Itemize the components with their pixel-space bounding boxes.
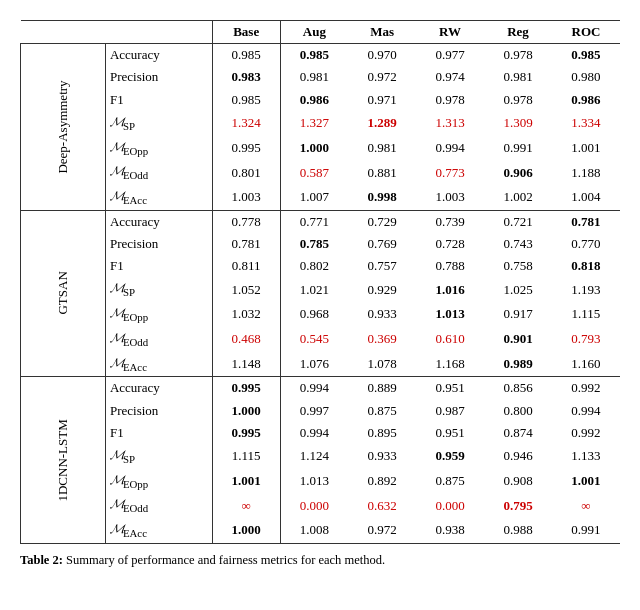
cell-reg: 1.025: [484, 277, 552, 302]
cell-base: 1.000: [212, 400, 280, 422]
cell-aug: 1.007: [280, 185, 348, 210]
metric-label: 𝓜EOpp: [105, 136, 212, 161]
cell-mas: 0.933: [348, 302, 416, 327]
table-row: F10.9950.9940.8950.9510.8740.992: [21, 422, 621, 444]
cell-aug: 0.981: [280, 66, 348, 88]
cell-reg: 0.981: [484, 66, 552, 88]
cell-reg: 0.978: [484, 89, 552, 111]
metric-label: Precision: [105, 400, 212, 422]
cell-base: 0.811: [212, 255, 280, 277]
results-table: Base Aug Mas RW Reg ROC Deep-AsymmetryAc…: [20, 20, 620, 544]
cell-aug: 0.994: [280, 377, 348, 400]
cell-reg: 0.800: [484, 400, 552, 422]
cell-base: 0.995: [212, 422, 280, 444]
metric-label: 𝓜EOdd: [105, 493, 212, 518]
header-roc: ROC: [552, 21, 620, 44]
cell-rw: 0.951: [416, 422, 484, 444]
cell-base: 1.000: [212, 518, 280, 543]
header-reg: Reg: [484, 21, 552, 44]
cell-roc: 0.770: [552, 233, 620, 255]
table-row: F10.9850.9860.9710.9780.9780.986: [21, 89, 621, 111]
cell-base: 0.995: [212, 136, 280, 161]
metric-label: 𝓜EOdd: [105, 160, 212, 185]
table-row: 𝓜EOpp0.9951.0000.9810.9940.9911.001: [21, 136, 621, 161]
cell-base: 0.985: [212, 89, 280, 111]
section-label-0: Deep-Asymmetry: [21, 44, 106, 211]
cell-rw: 0.610: [416, 327, 484, 352]
cell-reg: 0.906: [484, 160, 552, 185]
cell-rw: 1.168: [416, 352, 484, 377]
metric-label: 𝓜EOdd: [105, 327, 212, 352]
cell-rw: 1.313: [416, 111, 484, 136]
cell-aug: 0.771: [280, 210, 348, 233]
cell-reg: 0.946: [484, 444, 552, 469]
cell-base: 0.985: [212, 44, 280, 67]
metric-label: 𝓜SP: [105, 444, 212, 469]
cell-roc: 1.004: [552, 185, 620, 210]
cell-base: 0.801: [212, 160, 280, 185]
cell-mas: 0.998: [348, 185, 416, 210]
cell-rw: 0.977: [416, 44, 484, 67]
cell-mas: 0.929: [348, 277, 416, 302]
table-row: 𝓜EOdd0.4680.5450.3690.6100.9010.793: [21, 327, 621, 352]
cell-rw: 0.788: [416, 255, 484, 277]
cell-base: 1.003: [212, 185, 280, 210]
metric-label: Accuracy: [105, 44, 212, 67]
cell-reg: 0.721: [484, 210, 552, 233]
cell-reg: 0.856: [484, 377, 552, 400]
cell-base: 1.148: [212, 352, 280, 377]
table-row: 𝓜SP1.1151.1240.9330.9590.9461.133: [21, 444, 621, 469]
main-container: Base Aug Mas RW Reg ROC Deep-AsymmetryAc…: [20, 20, 620, 569]
cell-aug: 0.785: [280, 233, 348, 255]
cell-aug: 0.000: [280, 493, 348, 518]
cell-roc: 0.986: [552, 89, 620, 111]
cell-rw: 1.003: [416, 185, 484, 210]
cell-base: 0.983: [212, 66, 280, 88]
cell-rw: 0.978: [416, 89, 484, 111]
cell-reg: 0.989: [484, 352, 552, 377]
cell-rw: 0.987: [416, 400, 484, 422]
table-row: 𝓜EOdd∞0.0000.6320.0000.795∞: [21, 493, 621, 518]
cell-mas: 0.972: [348, 66, 416, 88]
table-row: Deep-AsymmetryAccuracy0.9850.9850.9700.9…: [21, 44, 621, 67]
cell-aug: 1.021: [280, 277, 348, 302]
metric-label: 𝓜EAcc: [105, 352, 212, 377]
metric-label: 𝓜EAcc: [105, 185, 212, 210]
cell-roc: 0.781: [552, 210, 620, 233]
cell-roc: 0.793: [552, 327, 620, 352]
header-aug: Aug: [280, 21, 348, 44]
cell-aug: 0.994: [280, 422, 348, 444]
cell-rw: 0.938: [416, 518, 484, 543]
metric-label: Accuracy: [105, 210, 212, 233]
table-row: 𝓜EAcc1.0001.0080.9720.9380.9880.991: [21, 518, 621, 543]
cell-base: 1.052: [212, 277, 280, 302]
metric-label: F1: [105, 255, 212, 277]
cell-mas: 0.369: [348, 327, 416, 352]
cell-roc: 0.992: [552, 377, 620, 400]
cell-mas: 0.981: [348, 136, 416, 161]
cell-rw: 0.994: [416, 136, 484, 161]
cell-roc: 1.193: [552, 277, 620, 302]
header-row: Base Aug Mas RW Reg ROC: [21, 21, 621, 44]
cell-reg: 0.991: [484, 136, 552, 161]
cell-base: 1.032: [212, 302, 280, 327]
cell-rw: 0.959: [416, 444, 484, 469]
header-rw: RW: [416, 21, 484, 44]
metric-label: F1: [105, 89, 212, 111]
cell-mas: 1.078: [348, 352, 416, 377]
cell-roc: 1.188: [552, 160, 620, 185]
cell-base: ∞: [212, 493, 280, 518]
cell-mas: 0.972: [348, 518, 416, 543]
cell-rw: 0.773: [416, 160, 484, 185]
cell-roc: 1.334: [552, 111, 620, 136]
cell-base: 1.324: [212, 111, 280, 136]
cell-roc: 0.985: [552, 44, 620, 67]
metric-label: F1: [105, 422, 212, 444]
cell-roc: 0.992: [552, 422, 620, 444]
cell-aug: 1.008: [280, 518, 348, 543]
table-caption: Table 2: Summary of performance and fair…: [20, 552, 620, 570]
metric-label: Accuracy: [105, 377, 212, 400]
cell-reg: 0.978: [484, 44, 552, 67]
cell-reg: 0.908: [484, 469, 552, 494]
cell-roc: 0.991: [552, 518, 620, 543]
